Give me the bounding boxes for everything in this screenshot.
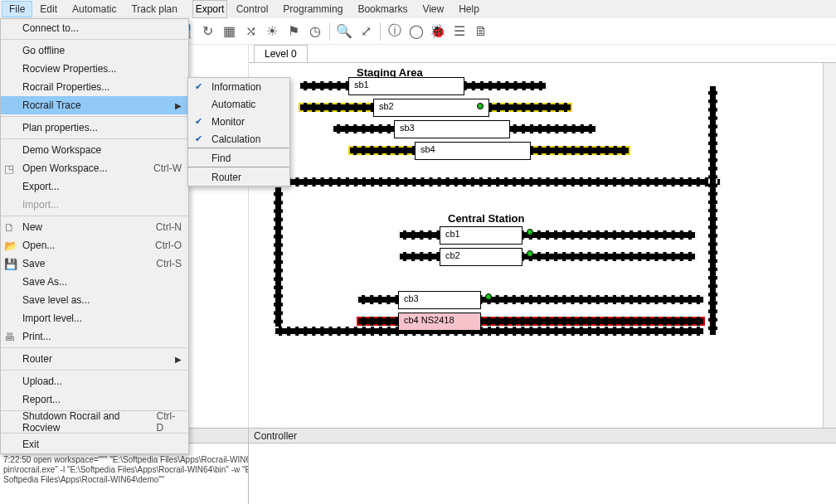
open-icon: 📂	[4, 240, 17, 252]
file-rocrail-trace[interactable]: Rocrail Trace ▶	[1, 96, 188, 114]
trace-monitor[interactable]: ✔ Monitor	[188, 113, 289, 130]
track	[274, 187, 283, 328]
check-icon: ✔	[195, 116, 202, 127]
chevron-right-icon: ▶	[175, 355, 182, 364]
file-open-ws-shortcut: Ctrl-W	[153, 162, 182, 174]
menu-bookmarks[interactable]: Bookmarks	[350, 1, 415, 17]
expand-icon[interactable]: ⤢	[357, 22, 375, 41]
sun-icon[interactable]: ☀	[263, 22, 281, 41]
block-cb1[interactable]: cb1	[440, 226, 522, 245]
file-importlvl[interactable]: Import level...	[1, 309, 188, 327]
file-new-shortcut: Ctrl-N	[156, 221, 182, 233]
track	[249, 177, 722, 187]
check-icon: ✔	[195, 133, 202, 144]
file-router[interactable]: Router ▶	[1, 350, 188, 368]
signal-icon	[477, 103, 484, 109]
trace-information[interactable]: ✔ Information	[188, 78, 289, 95]
block-cb4[interactable]: cb4 NS2418	[398, 313, 481, 331]
doc-icon[interactable]: 🗎	[472, 22, 490, 41]
menu-view[interactable]: View	[415, 1, 451, 17]
trace-submenu: ✔ Information Automatic ✔ Monitor ✔ Calc…	[187, 77, 290, 187]
file-exit[interactable]: Exit	[1, 435, 188, 453]
trace-automatic[interactable]: Automatic	[188, 95, 289, 113]
save-icon: 💾	[4, 258, 17, 270]
menubar: File Edit Automatic Track plan Tables Co…	[0, 0, 836, 18]
trace-find[interactable]: Find	[188, 149, 289, 167]
block-sb4[interactable]: sb4	[415, 142, 531, 160]
file-demo-ws[interactable]: Demo Workspace	[1, 141, 188, 159]
menu-control[interactable]: Control	[229, 1, 276, 17]
trace-calc-label: Calculation	[211, 133, 260, 145]
signal-icon	[485, 293, 492, 300]
controller-panel-title: Controller	[249, 429, 836, 443]
signal-icon	[527, 250, 533, 257]
info-icon[interactable]: ⓘ	[386, 22, 404, 41]
clock-icon[interactable]: ◷	[306, 22, 324, 41]
file-open-shortcut: Ctrl-O	[155, 240, 182, 251]
trace-info-label: Information	[211, 81, 261, 93]
file-save-shortcut: Ctrl-S	[156, 258, 182, 269]
new-icon: 🗋	[4, 221, 17, 234]
file-shutdown-label: Shutdown Rocrail and Rocview	[22, 410, 157, 434]
signal-icon	[527, 229, 533, 235]
track-canvas[interactable]: Staging Area sb1 sb2 sb3 sb4 Central Sta…	[249, 63, 836, 489]
file-print[interactable]: 🖶 Print...	[1, 327, 188, 346]
file-export[interactable]: Export...	[1, 177, 188, 196]
help-icon[interactable]: ◯	[407, 22, 425, 41]
menu-programming[interactable]: Programming	[275, 1, 350, 17]
file-new-label: New	[22, 221, 42, 233]
block-sb3[interactable]: sb3	[394, 120, 510, 138]
loop-icon[interactable]: ↻	[198, 22, 216, 41]
bug-icon[interactable]: 🐞	[429, 22, 447, 41]
menu-trackplan[interactable]: Track plan	[124, 1, 185, 17]
shuffle-icon[interactable]: ⤭	[241, 22, 260, 41]
file-open-ws[interactable]: ◳ Open Workspace... Ctrl-W	[1, 159, 188, 177]
file-shutdown-shortcut: Ctrl-D	[157, 410, 182, 434]
level-tabbar: Level 0	[249, 45, 836, 63]
file-router-label: Router	[22, 353, 52, 365]
file-offline[interactable]: Go offline	[1, 41, 188, 60]
block-sb1[interactable]: sb1	[348, 77, 464, 95]
file-upload[interactable]: Upload...	[1, 372, 188, 390]
file-save[interactable]: 💾 Save Ctrl-S	[1, 254, 188, 273]
file-new[interactable]: 🗋 New Ctrl-N	[1, 218, 188, 236]
block-sb2[interactable]: sb2	[373, 99, 489, 117]
file-connect[interactable]: Connect to...	[1, 19, 188, 37]
flag-icon[interactable]: ⚑	[284, 22, 303, 41]
export-button[interactable]: Export	[192, 0, 227, 18]
block-cb2[interactable]: cb2	[440, 248, 522, 266]
file-rocview-props[interactable]: Rocview Properties...	[1, 60, 188, 78]
file-open-label: Open...	[22, 240, 55, 251]
block-cb3[interactable]: cb3	[398, 291, 481, 309]
menu-help[interactable]: Help	[451, 1, 487, 17]
check-icon: ✔	[195, 81, 202, 92]
trace-calculation[interactable]: ✔ Calculation	[188, 130, 289, 148]
file-open[interactable]: 📂 Open... Ctrl-O	[1, 236, 188, 254]
trace-router[interactable]: Router	[188, 168, 289, 186]
tab-level0[interactable]: Level 0	[254, 45, 308, 62]
menu-automatic[interactable]: Automatic	[65, 1, 124, 17]
file-shutdown[interactable]: Shutdown Rocrail and Rocview Ctrl-D	[1, 413, 188, 431]
trace-monitor-label: Monitor	[211, 116, 245, 128]
file-report[interactable]: Report...	[1, 390, 188, 409]
menu-file[interactable]: File	[2, 1, 32, 17]
track	[708, 86, 717, 335]
workspace-icon: ◳	[4, 162, 17, 175]
file-open-ws-label: Open Workspace...	[22, 162, 108, 174]
label-central: Central Station	[448, 212, 524, 225]
menu-edit[interactable]: Edit	[32, 1, 65, 17]
list-icon[interactable]: ☰	[450, 22, 469, 41]
chevron-right-icon: ▶	[175, 101, 182, 110]
print-icon: 🖶	[4, 331, 17, 343]
track	[274, 327, 705, 336]
block-icon[interactable]: ▦	[220, 22, 238, 41]
zoom-icon[interactable]: 🔍	[335, 22, 353, 41]
file-print-label: Print...	[22, 331, 51, 342]
file-saveas[interactable]: Save As...	[1, 273, 188, 291]
file-rocrail-props[interactable]: Rocrail Properties...	[1, 78, 188, 96]
file-menu-dropdown: Connect to... Go offline Rocview Propert…	[0, 18, 189, 454]
file-trace-label: Rocrail Trace	[22, 99, 81, 111]
file-savelvl[interactable]: Save level as...	[1, 291, 188, 309]
file-plan-props[interactable]: Plan properties...	[1, 119, 188, 137]
file-save-label: Save	[22, 258, 45, 269]
